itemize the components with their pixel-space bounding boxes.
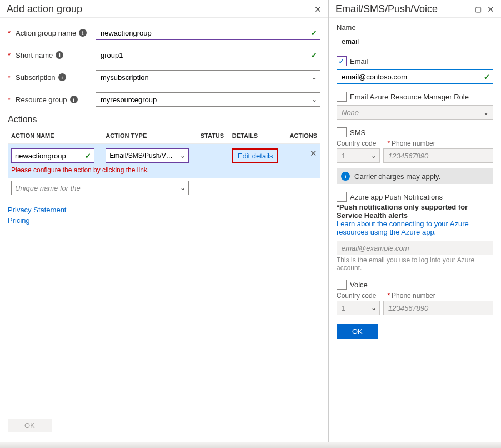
- name-input[interactable]: [337, 34, 493, 48]
- phone-number-label: Phone number: [387, 292, 435, 300]
- email-label: Email: [350, 57, 368, 66]
- subscription-label: Subscription i: [8, 73, 96, 82]
- country-code-label: Country code: [337, 140, 376, 147]
- resource-group-label: Resource group i: [8, 96, 96, 104]
- config-warning: Please configure the action by clicking …: [11, 166, 149, 174]
- table-row-warning: Please configure the action by clicking …: [8, 166, 320, 178]
- push-label: Azure app Push Notifications: [350, 193, 443, 201]
- push-email-input[interactable]: [337, 241, 493, 255]
- new-action-name-input[interactable]: [11, 181, 94, 195]
- push-note: *Push notifications only supported for S…: [337, 203, 493, 220]
- col-status: STATUS: [197, 128, 229, 144]
- actions-table: ACTION NAME ACTION TYPE STATUS DETAILS A…: [8, 128, 320, 197]
- pricing-link[interactable]: Pricing: [8, 216, 320, 225]
- voice-label: Voice: [350, 281, 368, 289]
- name-label: Name: [337, 23, 493, 32]
- subscription-select[interactable]: [96, 70, 320, 84]
- action-type-select[interactable]: [106, 148, 189, 163]
- sms-phone-input[interactable]: [383, 148, 493, 163]
- action-group-name-label: Action group name i: [8, 29, 96, 37]
- country-code-label: Country code: [337, 292, 376, 300]
- push-learn-link[interactable]: Learn about the connecting to your Azure…: [337, 220, 493, 236]
- right-header: Email/SMS/Push/Voice ▢ ✕: [329, 0, 501, 18]
- left-header: Add action group ✕: [0, 0, 328, 18]
- col-action-type: ACTION TYPE: [102, 128, 197, 144]
- short-name-input[interactable]: [96, 48, 320, 62]
- ok-button[interactable]: OK: [337, 324, 378, 339]
- table-row: ⌄: [8, 178, 320, 197]
- col-action-name: ACTION NAME: [8, 128, 102, 144]
- info-icon: i: [341, 172, 350, 181]
- carrier-note: i Carrier charges may apply.: [337, 168, 493, 184]
- resource-group-select[interactable]: [96, 92, 320, 107]
- info-icon[interactable]: i: [79, 29, 87, 37]
- sms-checkbox[interactable]: ✓: [337, 127, 347, 137]
- voice-country-code-select[interactable]: [337, 301, 380, 315]
- info-icon[interactable]: i: [56, 51, 63, 59]
- table-row: ✓ ⌄ Edit details: [8, 144, 320, 166]
- close-icon[interactable]: ✕: [487, 4, 494, 14]
- checkmark-icon: ✓: [311, 29, 317, 37]
- push-helper: This is the email you use to log into yo…: [337, 256, 493, 272]
- info-icon[interactable]: i: [58, 73, 66, 81]
- push-checkbox[interactable]: ✓: [337, 192, 347, 202]
- col-actions: ACTIONS: [284, 128, 320, 144]
- voice-checkbox[interactable]: ✓: [337, 280, 347, 290]
- actions-heading: Actions: [8, 115, 320, 125]
- phone-number-label: Phone number: [387, 140, 435, 147]
- add-action-group-panel: Add action group ✕ Action group name i ✓…: [0, 0, 329, 442]
- maximize-icon[interactable]: ▢: [475, 5, 482, 13]
- new-action-type-select[interactable]: [106, 181, 189, 195]
- checkmark-icon: ✓: [311, 51, 317, 59]
- scrollbar-stub: [0, 442, 501, 448]
- email-input[interactable]: [337, 69, 493, 84]
- email-checkbox[interactable]: ✓: [337, 56, 347, 66]
- close-icon[interactable]: ✕: [314, 4, 322, 14]
- sms-country-code-select[interactable]: [337, 148, 380, 163]
- arm-role-checkbox[interactable]: ✓: [337, 92, 347, 102]
- ok-button[interactable]: OK: [8, 419, 52, 432]
- info-icon[interactable]: i: [70, 96, 78, 103]
- voice-phone-input[interactable]: [383, 301, 493, 315]
- left-title: Add action group: [7, 3, 82, 15]
- checkmark-icon: ✓: [484, 73, 490, 81]
- arm-role-select[interactable]: [337, 105, 493, 120]
- action-name-input[interactable]: [11, 148, 94, 163]
- col-details: DETAILS: [229, 128, 285, 144]
- delete-icon[interactable]: ✕: [310, 148, 317, 158]
- arm-role-label: Email Azure Resource Manager Role: [350, 93, 469, 101]
- short-name-label: Short name i: [8, 51, 96, 59]
- edit-details-link[interactable]: Edit details: [232, 148, 279, 163]
- checkmark-icon: ✓: [85, 152, 91, 160]
- privacy-link[interactable]: Privacy Statement: [8, 206, 320, 214]
- sms-label: SMS: [350, 128, 365, 137]
- action-group-name-input[interactable]: [96, 26, 320, 40]
- right-title: Email/SMS/Push/Voice: [335, 3, 438, 15]
- email-sms-push-voice-panel: Email/SMS/Push/Voice ▢ ✕ Name ✓ Email ✓ …: [329, 0, 501, 442]
